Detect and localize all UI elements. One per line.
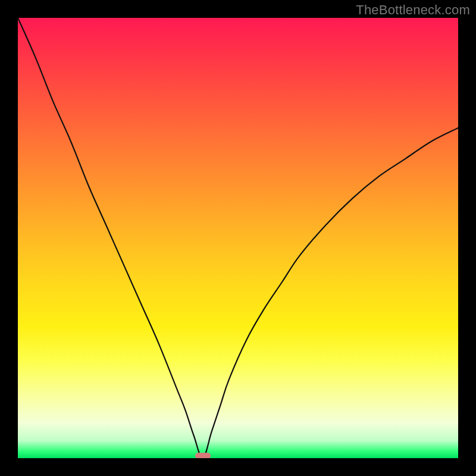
minimum-marker <box>195 453 211 458</box>
bottleneck-curve <box>18 18 458 458</box>
watermark-text: TheBottleneck.com <box>356 2 470 18</box>
plot-area <box>18 18 458 458</box>
curve-layer <box>18 18 458 458</box>
chart-frame: TheBottleneck.com <box>0 0 476 476</box>
